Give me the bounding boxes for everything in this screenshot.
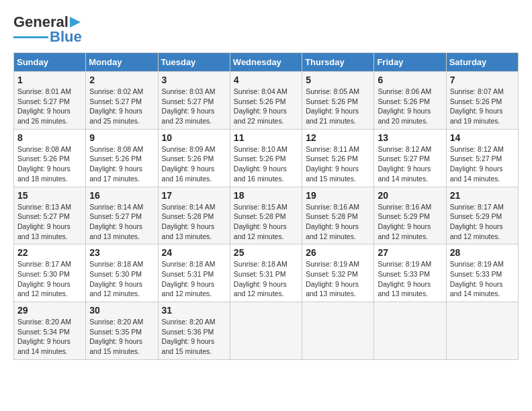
day-number: 21 bbox=[450, 190, 515, 201]
day-detail: Sunrise: 8:18 AMSunset: 5:30 PMDaylight:… bbox=[89, 259, 154, 299]
day-detail: Sunrise: 8:13 AMSunset: 5:27 PMDaylight:… bbox=[17, 202, 82, 242]
calendar-cell: 8Sunrise: 8:08 AMSunset: 5:26 PMDaylight… bbox=[14, 129, 86, 187]
day-detail: Sunrise: 8:20 AMSunset: 5:36 PMDaylight:… bbox=[162, 317, 226, 357]
page-header: General Blue bbox=[13, 13, 519, 46]
day-number: 14 bbox=[450, 132, 515, 143]
day-number: 29 bbox=[17, 305, 82, 316]
calendar-cell: 20Sunrise: 8:16 AMSunset: 5:29 PMDayligh… bbox=[374, 187, 446, 244]
calendar-cell: 21Sunrise: 8:17 AMSunset: 5:29 PMDayligh… bbox=[446, 187, 518, 244]
calendar-cell: 23Sunrise: 8:18 AMSunset: 5:30 PMDayligh… bbox=[86, 244, 158, 302]
calendar-cell: 18Sunrise: 8:15 AMSunset: 5:28 PMDayligh… bbox=[230, 187, 302, 244]
day-detail: Sunrise: 8:19 AMSunset: 5:33 PMDaylight:… bbox=[378, 259, 442, 299]
day-detail: Sunrise: 8:18 AMSunset: 5:31 PMDaylight:… bbox=[234, 259, 298, 299]
calendar-cell: 11Sunrise: 8:10 AMSunset: 5:26 PMDayligh… bbox=[230, 129, 302, 187]
day-detail: Sunrise: 8:20 AMSunset: 5:35 PMDaylight:… bbox=[89, 317, 154, 357]
day-number: 4 bbox=[234, 75, 298, 85]
calendar-cell: 26Sunrise: 8:19 AMSunset: 5:32 PMDayligh… bbox=[302, 244, 374, 302]
day-number: 20 bbox=[378, 190, 442, 201]
day-detail: Sunrise: 8:17 AMSunset: 5:30 PMDaylight:… bbox=[17, 259, 82, 299]
calendar-cell: 14Sunrise: 8:12 AMSunset: 5:27 PMDayligh… bbox=[446, 129, 518, 187]
day-number: 23 bbox=[89, 247, 154, 258]
day-number: 18 bbox=[234, 190, 298, 201]
calendar-cell: 2Sunrise: 8:02 AMSunset: 5:27 PMDaylight… bbox=[86, 72, 158, 130]
day-detail: Sunrise: 8:12 AMSunset: 5:27 PMDaylight:… bbox=[378, 144, 442, 184]
logo-arrow-icon bbox=[70, 15, 85, 29]
day-detail: Sunrise: 8:17 AMSunset: 5:29 PMDaylight:… bbox=[450, 202, 515, 242]
calendar-cell: 4Sunrise: 8:04 AMSunset: 5:26 PMDaylight… bbox=[230, 72, 302, 130]
calendar-cell: 24Sunrise: 8:18 AMSunset: 5:31 PMDayligh… bbox=[158, 244, 230, 302]
calendar-cell: 22Sunrise: 8:17 AMSunset: 5:30 PMDayligh… bbox=[14, 244, 86, 302]
calendar-body: 1Sunrise: 8:01 AMSunset: 5:27 PMDaylight… bbox=[14, 72, 519, 360]
calendar-cell: 3Sunrise: 8:03 AMSunset: 5:27 PMDaylight… bbox=[158, 72, 230, 130]
day-detail: Sunrise: 8:10 AMSunset: 5:26 PMDaylight:… bbox=[234, 144, 298, 184]
logo: General Blue bbox=[13, 13, 85, 46]
day-detail: Sunrise: 8:07 AMSunset: 5:26 PMDaylight:… bbox=[450, 87, 515, 126]
calendar-cell: 29Sunrise: 8:20 AMSunset: 5:34 PMDayligh… bbox=[14, 302, 86, 360]
day-number: 19 bbox=[306, 190, 370, 201]
day-detail: Sunrise: 8:08 AMSunset: 5:26 PMDaylight:… bbox=[89, 144, 154, 184]
calendar-week-row: 15Sunrise: 8:13 AMSunset: 5:27 PMDayligh… bbox=[14, 187, 519, 244]
calendar-cell: 16Sunrise: 8:14 AMSunset: 5:27 PMDayligh… bbox=[86, 187, 158, 244]
calendar-cell: 28Sunrise: 8:19 AMSunset: 5:33 PMDayligh… bbox=[446, 244, 518, 302]
calendar-week-row: 8Sunrise: 8:08 AMSunset: 5:26 PMDaylight… bbox=[14, 129, 519, 187]
calendar-cell: 1Sunrise: 8:01 AMSunset: 5:27 PMDaylight… bbox=[14, 72, 86, 130]
calendar-week-row: 1Sunrise: 8:01 AMSunset: 5:27 PMDaylight… bbox=[14, 72, 519, 130]
day-detail: Sunrise: 8:04 AMSunset: 5:26 PMDaylight:… bbox=[234, 87, 298, 126]
day-detail: Sunrise: 8:08 AMSunset: 5:26 PMDaylight:… bbox=[17, 144, 82, 184]
day-number: 11 bbox=[234, 132, 298, 143]
day-number: 25 bbox=[234, 247, 298, 258]
calendar-cell: 19Sunrise: 8:16 AMSunset: 5:28 PMDayligh… bbox=[302, 187, 374, 244]
calendar-header-monday: Monday bbox=[86, 53, 158, 72]
calendar-header-row: SundayMondayTuesdayWednesdayThursdayFrid… bbox=[14, 53, 519, 72]
day-number: 9 bbox=[89, 132, 154, 143]
calendar-cell: 13Sunrise: 8:12 AMSunset: 5:27 PMDayligh… bbox=[374, 129, 446, 187]
day-number: 30 bbox=[89, 305, 154, 316]
day-detail: Sunrise: 8:11 AMSunset: 5:26 PMDaylight:… bbox=[306, 144, 370, 184]
day-number: 6 bbox=[378, 75, 442, 85]
day-number: 15 bbox=[17, 190, 82, 201]
day-detail: Sunrise: 8:19 AMSunset: 5:32 PMDaylight:… bbox=[306, 259, 370, 299]
calendar-cell bbox=[230, 302, 302, 360]
calendar-cell: 10Sunrise: 8:09 AMSunset: 5:26 PMDayligh… bbox=[158, 129, 230, 187]
day-detail: Sunrise: 8:18 AMSunset: 5:31 PMDaylight:… bbox=[162, 259, 226, 299]
calendar-cell: 31Sunrise: 8:20 AMSunset: 5:36 PMDayligh… bbox=[158, 302, 230, 360]
day-detail: Sunrise: 8:09 AMSunset: 5:26 PMDaylight:… bbox=[162, 144, 226, 184]
calendar-header-tuesday: Tuesday bbox=[158, 53, 230, 72]
day-number: 12 bbox=[306, 132, 370, 143]
day-detail: Sunrise: 8:19 AMSunset: 5:33 PMDaylight:… bbox=[450, 259, 515, 299]
day-detail: Sunrise: 8:20 AMSunset: 5:34 PMDaylight:… bbox=[17, 317, 82, 357]
day-number: 28 bbox=[450, 247, 515, 258]
day-number: 8 bbox=[17, 132, 82, 143]
calendar-cell: 15Sunrise: 8:13 AMSunset: 5:27 PMDayligh… bbox=[14, 187, 86, 244]
day-detail: Sunrise: 8:03 AMSunset: 5:27 PMDaylight:… bbox=[162, 87, 226, 126]
day-detail: Sunrise: 8:01 AMSunset: 5:27 PMDaylight:… bbox=[17, 87, 82, 126]
day-number: 26 bbox=[306, 247, 370, 258]
calendar-header-thursday: Thursday bbox=[302, 53, 374, 72]
day-detail: Sunrise: 8:16 AMSunset: 5:29 PMDaylight:… bbox=[378, 202, 442, 242]
calendar-week-row: 22Sunrise: 8:17 AMSunset: 5:30 PMDayligh… bbox=[14, 244, 519, 302]
day-number: 13 bbox=[378, 132, 442, 143]
day-detail: Sunrise: 8:14 AMSunset: 5:27 PMDaylight:… bbox=[89, 202, 154, 242]
day-number: 31 bbox=[162, 305, 226, 316]
day-number: 1 bbox=[17, 75, 82, 85]
day-detail: Sunrise: 8:14 AMSunset: 5:28 PMDaylight:… bbox=[162, 202, 226, 242]
day-number: 16 bbox=[89, 190, 154, 201]
day-number: 2 bbox=[89, 75, 154, 85]
day-detail: Sunrise: 8:06 AMSunset: 5:26 PMDaylight:… bbox=[378, 87, 442, 126]
calendar-header-friday: Friday bbox=[374, 53, 446, 72]
day-number: 17 bbox=[162, 190, 226, 201]
calendar-header-wednesday: Wednesday bbox=[230, 53, 302, 72]
calendar-header-sunday: Sunday bbox=[14, 53, 86, 72]
day-detail: Sunrise: 8:15 AMSunset: 5:28 PMDaylight:… bbox=[234, 202, 298, 242]
calendar-cell: 7Sunrise: 8:07 AMSunset: 5:26 PMDaylight… bbox=[446, 72, 518, 130]
calendar-table: SundayMondayTuesdayWednesdayThursdayFrid… bbox=[13, 52, 519, 360]
day-detail: Sunrise: 8:16 AMSunset: 5:28 PMDaylight:… bbox=[306, 202, 370, 242]
calendar-cell: 6Sunrise: 8:06 AMSunset: 5:26 PMDaylight… bbox=[374, 72, 446, 130]
logo-underline bbox=[13, 36, 48, 38]
calendar-cell bbox=[446, 302, 518, 360]
calendar-header-saturday: Saturday bbox=[446, 53, 518, 72]
day-number: 24 bbox=[162, 247, 226, 258]
day-detail: Sunrise: 8:05 AMSunset: 5:26 PMDaylight:… bbox=[306, 87, 370, 126]
day-number: 5 bbox=[306, 75, 370, 85]
calendar-cell: 25Sunrise: 8:18 AMSunset: 5:31 PMDayligh… bbox=[230, 244, 302, 302]
